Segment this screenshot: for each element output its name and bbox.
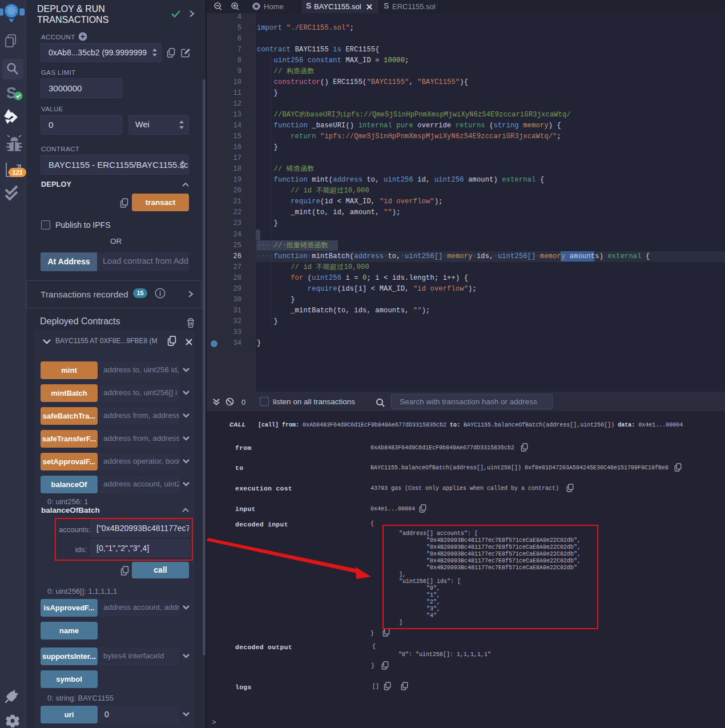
svg-text:S: S	[6, 85, 17, 102]
